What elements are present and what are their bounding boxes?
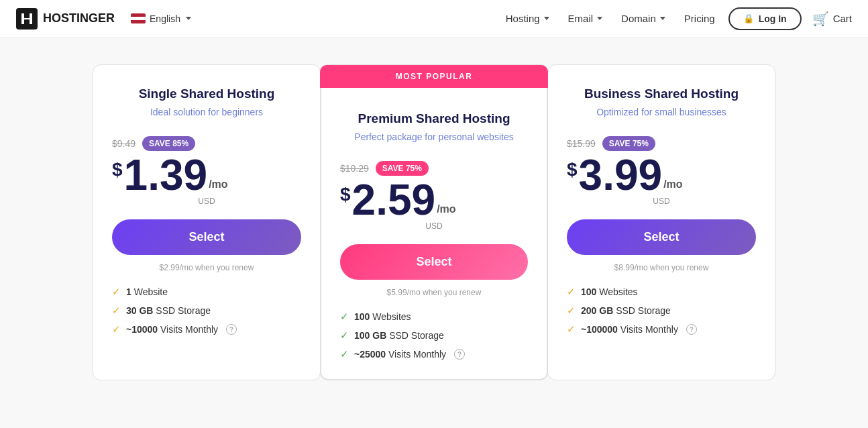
price-display-single: $ 1.39 /mo <box>112 154 301 197</box>
info-icon-business-3[interactable]: ? <box>686 324 697 335</box>
logo[interactable]: HOSTINGER <box>16 8 115 30</box>
feature-storage-single: ✓ 30 GB SSD Storage <box>112 305 301 317</box>
email-chevron-icon <box>597 17 602 20</box>
feature-label-business-1: 100 Websites <box>581 286 638 297</box>
price-per-business: /mo <box>663 179 682 190</box>
login-label: Log In <box>759 13 787 24</box>
check-icon-single-2: ✓ <box>112 305 121 317</box>
check-icon-single-3: ✓ <box>112 323 121 335</box>
plan-title-premium: Premium Shared Hosting <box>340 111 528 126</box>
nav-pricing-label: Pricing <box>684 13 715 24</box>
nav-item-email[interactable]: Email <box>568 13 603 24</box>
feature-label-business-3: ~100000 Visits Monthly <box>581 324 678 335</box>
renew-note-single: $2.99/mo when you renew <box>112 263 301 272</box>
price-value-premium: 2.59 <box>352 178 436 221</box>
plan-subtitle-premium: Perfect package for personal websites <box>340 131 528 142</box>
feature-label-premium-2: 100 GB SSD Storage <box>354 330 444 341</box>
features-single: ✓ 1 Website ✓ 30 GB SSD Storage ✓ ~10000… <box>112 286 301 335</box>
feature-websites-premium: ✓ 100 Websites <box>340 311 528 323</box>
language-label: English <box>150 13 180 24</box>
price-display-business: $ 3.99 /mo <box>567 154 756 197</box>
feature-label-premium-3: ~25000 Visits Monthly <box>354 349 446 360</box>
nav-hosting-label: Hosting <box>506 13 540 24</box>
original-price-single: $9.49 <box>112 138 135 149</box>
domain-chevron-icon <box>660 17 665 20</box>
plan-title-single: Single Shared Hosting <box>112 87 301 101</box>
feature-label-single-1: 1 Website <box>126 286 168 297</box>
plan-card-business: Business Shared Hosting Optimized for sm… <box>547 64 775 380</box>
select-button-single[interactable]: Select <box>112 219 301 255</box>
nav-item-pricing[interactable]: Pricing <box>684 13 715 24</box>
check-icon-single-1: ✓ <box>112 286 121 298</box>
price-dollar-single: $ <box>112 160 123 179</box>
pricing-section: Single Shared Hosting Ideal solution for… <box>38 64 830 380</box>
navbar: HOSTINGER English Hosting Email Domain <box>0 0 868 38</box>
original-price-premium: $10.29 <box>340 163 369 174</box>
feature-visits-single: ✓ ~10000 Visits Monthly ? <box>112 323 301 335</box>
check-icon-premium-3: ✓ <box>340 348 349 360</box>
select-button-business[interactable]: Select <box>567 219 756 255</box>
plan-subtitle-business: Optimized for small businesses <box>567 107 756 117</box>
feature-label-single-2: 30 GB SSD Storage <box>126 305 211 316</box>
plan-subtitle-single: Ideal solution for beginners <box>112 107 301 117</box>
select-button-premium[interactable]: Select <box>340 244 528 280</box>
features-premium: ✓ 100 Websites ✓ 100 GB SSD Storage ✓ ~2… <box>340 311 528 360</box>
feature-label-premium-1: 100 Websites <box>354 311 411 322</box>
feature-storage-premium: ✓ 100 GB SSD Storage <box>340 329 528 341</box>
feature-visits-business: ✓ ~100000 Visits Monthly ? <box>567 323 756 335</box>
check-icon-premium-1: ✓ <box>340 311 349 323</box>
save-badge-business: SAVE 75% <box>602 136 655 151</box>
plan-card-premium: MOST POPULAR Premium Shared Hosting Perf… <box>320 64 548 380</box>
flag-icon <box>131 13 146 23</box>
info-icon-premium-3[interactable]: ? <box>454 349 465 360</box>
cart-icon: 🛒 <box>812 11 829 27</box>
price-dollar-business: $ <box>567 160 578 179</box>
renew-note-premium: $5.99/mo when you renew <box>340 288 528 297</box>
popular-badge-wrapper: MOST POPULAR <box>320 65 548 88</box>
price-per-premium: /mo <box>437 204 455 215</box>
lock-icon: 🔒 <box>743 13 754 23</box>
popular-badge: MOST POPULAR <box>320 65 548 88</box>
nav-domain-label: Domain <box>621 13 656 24</box>
cart-label: Cart <box>833 13 852 24</box>
logo-text: HOSTINGER <box>43 11 115 25</box>
price-display-premium: $ 2.59 /mo <box>340 178 528 221</box>
nav-item-hosting[interactable]: Hosting <box>506 13 549 24</box>
cart-button[interactable]: 🛒 Cart <box>812 11 852 27</box>
language-selector[interactable]: English <box>131 13 191 24</box>
check-icon-business-2: ✓ <box>567 305 576 317</box>
price-row-business: $15.99 SAVE 75% <box>567 136 756 151</box>
plan-card-single: Single Shared Hosting Ideal solution for… <box>93 64 321 380</box>
feature-label-business-2: 200 GB SSD Storage <box>581 305 671 316</box>
features-business: ✓ 100 Websites ✓ 200 GB SSD Storage ✓ ~1… <box>567 286 756 335</box>
feature-storage-business: ✓ 200 GB SSD Storage <box>567 305 756 317</box>
info-icon-single-3[interactable]: ? <box>226 324 237 335</box>
plan-title-business: Business Shared Hosting <box>567 87 756 101</box>
price-value-business: 3.99 <box>579 154 663 197</box>
price-dollar-premium: $ <box>340 185 351 204</box>
price-row-single: $9.49 SAVE 85% <box>112 136 301 151</box>
logo-icon <box>16 8 38 30</box>
nav-links: Hosting Email Domain Pricing <box>506 13 715 24</box>
feature-label-single-3: ~10000 Visits Monthly <box>126 324 218 335</box>
renew-note-business: $8.99/mo when you renew <box>567 263 756 272</box>
nav-item-domain[interactable]: Domain <box>621 13 665 24</box>
price-per-single: /mo <box>209 179 227 190</box>
nav-email-label: Email <box>568 13 594 24</box>
original-price-business: $15.99 <box>567 138 596 149</box>
price-row-premium: $10.29 SAVE 75% <box>340 161 528 176</box>
hosting-chevron-icon <box>544 17 549 20</box>
feature-websites-single: ✓ 1 Website <box>112 286 301 298</box>
save-badge-premium: SAVE 75% <box>376 161 429 176</box>
save-badge-single: SAVE 85% <box>142 136 195 151</box>
login-button[interactable]: 🔒 Log In <box>728 7 802 30</box>
check-icon-premium-2: ✓ <box>340 329 349 341</box>
language-chevron-icon <box>186 17 191 20</box>
check-icon-business-1: ✓ <box>567 286 576 298</box>
price-value-single: 1.39 <box>124 154 208 197</box>
feature-visits-premium: ✓ ~25000 Visits Monthly ? <box>340 348 528 360</box>
feature-websites-business: ✓ 100 Websites <box>567 286 756 298</box>
check-icon-business-3: ✓ <box>567 323 576 335</box>
